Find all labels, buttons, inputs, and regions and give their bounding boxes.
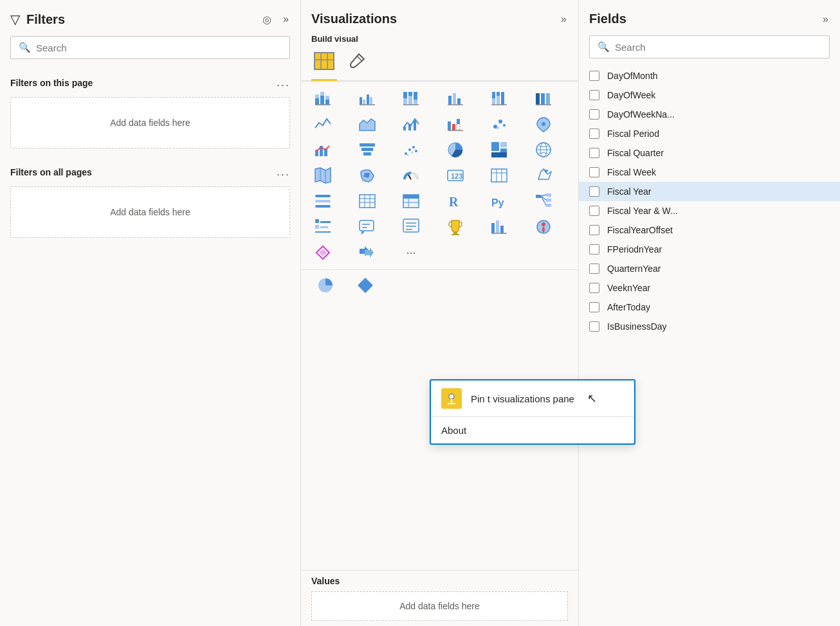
filters-collapse-btn[interactable]: » (282, 12, 290, 26)
globe-map-icon[interactable] (529, 138, 558, 161)
filter-icon: ▽ (10, 12, 20, 27)
filters-header: ▽ Filters ◎ » (0, 0, 300, 36)
field-checkbox-fiscalyear[interactable] (589, 186, 599, 197)
field-checkbox-dayofmonth[interactable] (589, 71, 599, 81)
svg-point-58 (405, 152, 407, 155)
svg-rect-56 (361, 148, 373, 151)
viz-collapse-btn[interactable]: » (560, 12, 568, 26)
field-checkbox-veeknyear[interactable] (589, 283, 599, 293)
filters-visibility-toggle[interactable]: ◎ (261, 12, 273, 27)
trophy-icon[interactable] (441, 215, 470, 238)
svg-rect-9 (325, 100, 329, 105)
clustered-column-chart-icon[interactable] (441, 87, 470, 110)
field-item-fiscalweek[interactable]: Fiscal Week (579, 163, 840, 182)
field-item-isbusinessday[interactable]: IsBusinessDay (579, 317, 840, 336)
stacked-bar-chart-icon[interactable] (309, 87, 337, 110)
treemap-icon[interactable] (485, 138, 513, 161)
fields-search-box[interactable]: 🔍 (589, 35, 830, 58)
filters-search-input[interactable] (36, 42, 282, 53)
scatter-chart-icon[interactable] (485, 112, 513, 136)
table-icon[interactable] (485, 164, 513, 187)
field-item-quarternyear[interactable]: QuarternYear (579, 259, 840, 278)
field-checkbox-aftertoday[interactable] (589, 302, 599, 312)
chat-visual-icon[interactable] (353, 215, 381, 238)
field-checkbox-dayofweekna[interactable] (589, 109, 599, 120)
field-item-fiscalyearoffset[interactable]: FiscalYearOffset (579, 220, 840, 240)
filters-all-pages-drop-zone[interactable]: Add data fields here (10, 186, 290, 238)
stacked-column-chart-icon[interactable] (485, 87, 513, 110)
field-checkbox-fiscalyearw[interactable] (589, 206, 599, 216)
field-checkbox-quarternyear[interactable] (589, 264, 599, 274)
field-item-fiscalquarter[interactable]: Fiscal Quarter (579, 143, 840, 163)
stacked-bar-100-icon[interactable] (397, 87, 425, 110)
map-icon[interactable] (529, 112, 558, 136)
field-item-fiscalyearw[interactable]: Fiscal Year & W... (579, 201, 840, 220)
field-item-dayofmonth[interactable]: DayOfMonth (579, 66, 840, 85)
field-item-dayofweek[interactable]: DayOfWeek (579, 85, 840, 105)
filter-visual-icon[interactable] (309, 215, 337, 238)
filters-this-page-menu[interactable]: ... (277, 76, 290, 89)
diamond-icon[interactable] (309, 241, 337, 264)
filters-search-box[interactable]: 🔍 (10, 36, 290, 59)
clustered-bar-chart-icon[interactable] (353, 87, 381, 110)
shape-map-icon[interactable] (353, 164, 381, 187)
filters-search-icon: 🔍 (19, 42, 31, 53)
field-item-fiscalyear[interactable]: Fiscal Year (579, 182, 840, 201)
kpi-icon[interactable] (529, 164, 558, 187)
field-label-dayofmonth: DayOfMonth (607, 71, 658, 81)
viz-tab-table[interactable] (311, 48, 337, 81)
combo-chart-icon[interactable] (309, 138, 337, 161)
field-label-veeknyear: VeeknYear (607, 283, 650, 293)
fields-collapse-btn[interactable]: » (821, 12, 830, 26)
more-visuals-icon[interactable]: ··· (397, 241, 425, 264)
table2-icon[interactable] (397, 190, 425, 213)
power-automate-icon[interactable] (353, 241, 381, 264)
field-item-aftertoday[interactable]: AfterToday (579, 298, 840, 317)
field-item-veeknyear[interactable]: VeeknYear (579, 278, 840, 298)
line-clustered-icon[interactable] (397, 112, 425, 136)
svg-rect-41 (414, 120, 416, 130)
values-add-drop-zone[interactable]: Add data fields here (311, 591, 568, 621)
field-checkbox-fperiodnyear[interactable] (589, 244, 599, 255)
python-icon[interactable]: Py (485, 190, 513, 213)
field-item-fperiodnyear[interactable]: FPeriodnYear (579, 240, 840, 259)
svg-point-59 (408, 148, 411, 151)
svg-rect-86 (315, 205, 331, 208)
field-checkbox-fiscalperiod[interactable] (589, 129, 599, 139)
r-script-icon[interactable]: R (441, 190, 470, 213)
slicer-icon[interactable] (309, 190, 337, 213)
pin-to-pane-item[interactable]: Pin t visualizations pane ↖ (431, 380, 634, 416)
fields-search-input[interactable] (615, 42, 821, 53)
filters-all-pages-menu[interactable]: ... (277, 165, 290, 179)
field-checkbox-fiscalweek[interactable] (589, 167, 599, 177)
funnel-chart-icon[interactable] (353, 138, 381, 161)
geo-icon[interactable] (529, 215, 558, 238)
svg-rect-84 (315, 195, 331, 197)
map2-icon[interactable] (309, 164, 337, 187)
svg-point-61 (415, 150, 417, 152)
line-chart-icon[interactable] (309, 112, 337, 136)
field-checkbox-fiscalyearoffset[interactable] (589, 225, 599, 235)
field-checkbox-dayofweek[interactable] (589, 90, 599, 100)
card-icon[interactable]: 123 (441, 164, 470, 187)
area-chart-icon[interactable] (353, 112, 381, 136)
field-checkbox-fiscalquarter[interactable] (589, 148, 599, 158)
stacked-column-100-icon[interactable] (529, 87, 558, 110)
gauge-icon[interactable] (397, 164, 425, 187)
filters-this-page-drop-zone[interactable]: Add data fields here (10, 97, 290, 148)
pie-small-icon[interactable] (311, 274, 340, 297)
about-item[interactable]: About (431, 416, 634, 443)
navigate-icon[interactable] (351, 274, 379, 297)
svg-rect-45 (457, 124, 460, 130)
waterfall-chart-icon[interactable] (441, 112, 470, 136)
smart-narr-icon[interactable] (397, 215, 425, 238)
decomp-tree-icon[interactable] (529, 190, 558, 213)
field-item-dayofweekna[interactable]: DayOfWeekNa... (579, 105, 840, 124)
viz-tab-format[interactable] (345, 48, 369, 82)
field-item-fiscalperiod[interactable]: Fiscal Period (579, 124, 840, 143)
bar-chart2-icon[interactable] (485, 215, 513, 238)
field-checkbox-isbusinessday[interactable] (589, 321, 599, 332)
matrix-icon[interactable] (353, 190, 381, 213)
pie-chart-icon[interactable] (441, 138, 470, 161)
scatter-plot-icon[interactable] (397, 138, 425, 161)
